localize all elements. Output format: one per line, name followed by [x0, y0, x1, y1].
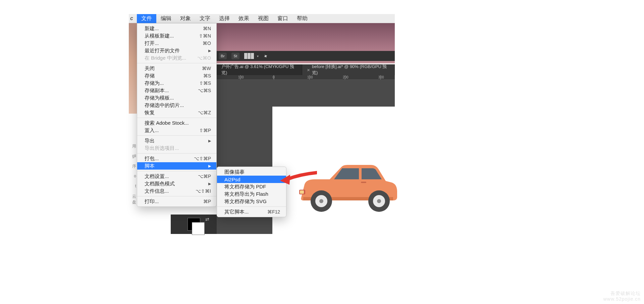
menu-item[interactable]: 从模板新建...⇧⌘N [137, 32, 216, 40]
menu-item[interactable]: 存储⌘S [137, 72, 216, 79]
menu-separator [137, 171, 216, 171]
menu-item: 导出所选项目... [137, 144, 216, 152]
submenu-item[interactable]: 将文档存储为 PDF [217, 183, 286, 190]
shortcut-label: ⌥⌘P [198, 174, 211, 179]
menu-item-label: 导出所选项目... [145, 145, 179, 151]
menu-separator [137, 153, 216, 154]
shortcut-label: ⌘N [203, 26, 211, 31]
menu-item[interactable]: 文档设置...⌥⌘P [137, 173, 216, 180]
menu-编辑[interactable]: 编辑 [156, 14, 176, 23]
shortcut-label: ⇧⌘S [199, 80, 211, 86]
svg-point-7 [377, 199, 381, 203]
menu-item[interactable]: 存储为...⇧⌘S [137, 79, 216, 87]
menu-item[interactable]: 新建...⌘N [137, 25, 216, 32]
document-tab[interactable]: 户外广告.ai @ 3.61% (CMYK/GPU 预览) [217, 64, 302, 75]
submenu-arrow-icon: ▶ [208, 139, 211, 143]
menu-item-label: 脚本 [145, 163, 155, 169]
menu-item-label: 搜索 Adobe Stock... [145, 120, 189, 126]
menu-item-label: 文档颜色模式 [145, 181, 175, 187]
menu-item[interactable]: 存储副本...⌥⌘S [137, 87, 216, 94]
menu-item-label: 打印... [145, 198, 159, 205]
menu-效果[interactable]: 效果 [234, 14, 254, 23]
menu-item[interactable]: 打印...⌘P [137, 198, 216, 205]
scripts-submenu[interactable]: 图像描摹Ai2Psd将文档存储为 PDF将文档导出为 Flash将文档存储为 S… [217, 167, 286, 217]
submenu-item[interactable]: 将文档存储为 SVG [217, 198, 286, 205]
ruler-tick: 100 [238, 75, 244, 79]
svg-rect-8 [361, 182, 366, 183]
gpu-preview-icon[interactable]: ✦ [262, 52, 269, 60]
menu-选择[interactable]: 选择 [215, 14, 234, 23]
menu-separator [137, 63, 216, 63]
close-icon[interactable]: × [307, 67, 310, 73]
menu-item[interactable]: 置入...⇧⌘P [137, 127, 216, 134]
menu-item[interactable]: 文档颜色模式▶ [137, 180, 216, 187]
menu-item-label: 存储选中的切片... [145, 102, 184, 109]
chevron-down-icon[interactable]: ▾ [257, 54, 259, 58]
menu-item[interactable]: 存储为模板... [137, 94, 216, 102]
menu-item-label: 打包... [145, 156, 159, 162]
submenu-item-label: 将文档存储为 SVG [224, 198, 267, 205]
menu-item-label: 从模板新建... [145, 33, 174, 39]
menu-item[interactable]: 文件信息...⌥⇧⌘I [137, 187, 216, 195]
stock-icon[interactable]: St [231, 53, 239, 59]
fill-stroke-swatch[interactable]: ⇄ [171, 215, 217, 234]
menu-item[interactable]: 关闭⌘W [137, 65, 216, 72]
shortcut-label: ⌥⇧⌘I [196, 188, 211, 194]
menu-对象[interactable]: 对象 [176, 14, 195, 23]
menu-item-label: 存储为模板... [145, 95, 174, 101]
color-swatch[interactable] [187, 218, 200, 231]
app-options-bar: Br St ▾ ✦ [217, 51, 395, 61]
menu-item[interactable]: 导出▶ [137, 137, 216, 144]
swap-colors-icon[interactable]: ⇄ [205, 217, 209, 222]
shortcut-label: ⌘O [203, 41, 211, 46]
menu-item-label: 最近打开的文件 [145, 48, 180, 54]
menu-item-label: 恢复 [145, 110, 155, 116]
watermark-text: 吾爱破解论坛 www.52pojie.cn [603, 291, 641, 302]
menu-item[interactable]: 存储选中的切片... [137, 102, 216, 109]
ruler-tick: 200 [343, 75, 348, 79]
file-menu-dropdown[interactable]: 新建...⌘N从模板新建...⇧⌘N打开...⌘O最近打开的文件▶在 Bridg… [137, 23, 217, 207]
menu-item-label: 文件信息... [145, 188, 169, 194]
menu-帮助[interactable]: 帮助 [292, 14, 312, 23]
shortcut-label: ⌘F12 [267, 209, 280, 215]
document-tab[interactable]: × before [转换].ai* @ 90% (RGB/GPU 预览) [302, 64, 395, 75]
car-illustration [298, 161, 398, 215]
menu-separator [137, 196, 216, 196]
menu-item[interactable]: 恢复⌥⌘Z [137, 109, 216, 116]
menu-item[interactable]: 最近打开的文件▶ [137, 47, 216, 54]
shortcut-label: ⌘S [203, 73, 211, 78]
menu-item-label: 新建... [145, 25, 159, 32]
menu-item-label: 存储为... [145, 80, 164, 86]
submenu-item[interactable]: Ai2Psd [217, 176, 286, 183]
menu-item-label: 在 Bridge 中浏览... [145, 55, 186, 61]
menu-item[interactable]: 打开...⌘O [137, 40, 216, 47]
shortcut-label: ⌥⌘Z [198, 110, 211, 115]
menu-item[interactable]: 打包...⌥⇧⌘P [137, 155, 216, 162]
menu-separator [137, 118, 216, 118]
menu-item-label: 存储 [145, 73, 155, 79]
tab-label: before [转换].ai* @ 90% (RGB/GPU 预览) [312, 64, 390, 76]
left-panel-fragment: 用 gli 序 o t 云盘 [129, 141, 137, 234]
submenu-item[interactable]: 图像描摹 [217, 168, 286, 176]
menu-item[interactable]: 脚本▶ [137, 162, 216, 170]
submenu-item-label: 图像描摹 [224, 169, 245, 175]
submenu-item[interactable]: 将文档导出为 Flash [217, 190, 286, 198]
shortcut-label: ⇧⌘P [199, 128, 211, 133]
horizontal-ruler[interactable]: 100 0 100 200 300 [217, 75, 395, 80]
menu-文字[interactable]: 文字 [195, 14, 215, 23]
menu-窗口[interactable]: 窗口 [273, 14, 292, 23]
svg-point-4 [319, 199, 323, 203]
menu-separator [137, 135, 216, 136]
submenu-item-label: 将文档存储为 PDF [224, 184, 266, 190]
bridge-icon[interactable]: Br [219, 53, 227, 59]
menu-item[interactable]: 搜索 Adobe Stock... [137, 119, 216, 127]
shortcut-label: ⌥⌘S [198, 88, 211, 93]
submenu-arrow-icon: ▶ [208, 164, 211, 168]
menu-item-label: 导出 [145, 138, 155, 144]
menu-文件[interactable]: 文件 [137, 14, 156, 23]
ruler-tick: 100 [307, 75, 313, 79]
submenu-item-label: 将文档导出为 Flash [224, 191, 268, 197]
arrange-documents-icon[interactable] [244, 53, 254, 59]
menu-视图[interactable]: 视图 [254, 14, 273, 23]
submenu-item[interactable]: 其它脚本...⌘F12 [217, 208, 286, 216]
